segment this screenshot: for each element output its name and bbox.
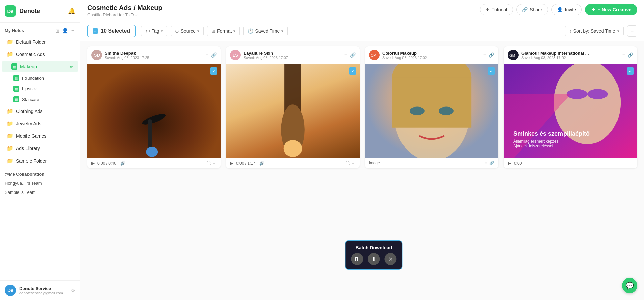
source-filter[interactable]: ⊙ Source ▾ xyxy=(171,26,204,36)
fullscreen-icon[interactable]: ⛶ xyxy=(345,161,350,166)
chevron-down-icon: ▾ xyxy=(281,29,283,33)
share-button[interactable]: 🔗 Share xyxy=(516,4,548,15)
lipstick-icon: ▦ xyxy=(13,86,19,92)
card-type: image xyxy=(369,161,380,165)
link-action-icon[interactable]: 🔗 xyxy=(211,52,217,58)
card-smitha-deepak: SD Smitha Deepak Saved: Aug 03, 2023 17:… xyxy=(87,46,221,168)
delete-icon[interactable]: 🗑 xyxy=(55,28,60,33)
sidebar-item-label: Cosmetic Ads xyxy=(16,52,73,57)
sidebar-item-jewelry-ads[interactable]: 📁 Jewelry Ads xyxy=(2,118,78,129)
card-checkbox[interactable]: ✓ xyxy=(349,67,356,75)
sidebar-item-makeup[interactable]: ▦ Makeup ✏ xyxy=(2,61,78,72)
collab-section: @Me Collaboration Hongyua... 's Team Sam… xyxy=(0,167,80,199)
add-icon[interactable]: ＋ xyxy=(70,27,75,34)
sidebar-item-label: Clothing Ads xyxy=(16,109,73,114)
share-icon: 🔗 xyxy=(522,7,528,12)
sidebar-item-mobile-games[interactable]: 📁 Mobile Games xyxy=(2,130,78,142)
play-button[interactable]: ▶ xyxy=(91,161,95,166)
collab-item-team2[interactable]: Sample 's Team xyxy=(5,188,75,197)
volume-icon[interactable]: 🔊 xyxy=(259,161,264,166)
list-action-icon[interactable]: ≡ xyxy=(344,52,347,58)
batch-close-button[interactable]: ✕ xyxy=(384,253,396,265)
svg-point-24 xyxy=(587,89,608,99)
tutorial-icon: ✈ xyxy=(486,7,490,12)
sidebar-item-label: Ads Library xyxy=(16,146,73,151)
my-notes-label: My Notes xyxy=(5,28,53,33)
card-colorful-makeup: CM Colorful Makeup Saved: Aug 03, 2023 1… xyxy=(365,46,498,168)
selected-badge[interactable]: ✓ 10 Selected xyxy=(87,25,136,37)
sidebar-item-foundation[interactable]: ▦ Foundation xyxy=(2,73,78,83)
user-info: Denote Service denoteservice@gmail.com xyxy=(19,286,67,295)
sidebar-item-label: Skincare xyxy=(22,97,39,102)
sort-filter[interactable]: ↕ Sort by: Saved Time ▾ xyxy=(565,26,624,36)
sidebar-item-label: Lipstick xyxy=(22,86,37,91)
volume-icon[interactable]: 🔊 xyxy=(120,161,125,166)
svg-rect-16 xyxy=(392,78,471,128)
card-footer: ▶ 0:00 / 0:46 🔊 ⛶ ⋯ xyxy=(87,158,221,168)
bell-icon[interactable]: 🔔 xyxy=(68,7,75,15)
format-filter[interactable]: ⊞ Format ▾ xyxy=(207,26,240,36)
main-content: Cosmetic Ads / Makeup Castillo Richard f… xyxy=(80,0,644,300)
svg-point-5 xyxy=(146,147,158,157)
list-action-icon[interactable]: ≡ xyxy=(206,52,208,58)
format-label: Format xyxy=(217,28,232,34)
tag-label: Tag xyxy=(152,28,159,34)
batch-delete-button[interactable]: 🗑 xyxy=(351,253,363,265)
list-action-icon[interactable]: ≡ xyxy=(483,52,486,58)
card-info: Glamour Makeup International ... Saved: … xyxy=(521,51,620,60)
sidebar-item-ads-library[interactable]: 📁 Ads Library xyxy=(2,142,78,154)
chevron-down-icon: ▾ xyxy=(161,29,163,33)
collab-item-team1[interactable]: Hongyua... 's Team xyxy=(5,179,75,188)
format-icon: ⊞ xyxy=(211,28,215,34)
sidebar-item-label: Sample Folder xyxy=(16,158,73,164)
list-icon: ≡ xyxy=(631,28,634,34)
tag-icon: 🏷 xyxy=(145,28,150,34)
new-creative-button[interactable]: ＋ + New Creative xyxy=(585,4,637,15)
cards-grid: SD Smitha Deepak Saved: Aug 03, 2023 17:… xyxy=(87,46,637,168)
card-author-name: Smitha Deepak xyxy=(105,51,203,56)
card-checkbox[interactable]: ✓ xyxy=(210,67,217,75)
link-action-icon[interactable]: 🔗 xyxy=(350,52,356,58)
saved-time-filter[interactable]: 🕐 Saved Time ▾ xyxy=(243,26,288,36)
link-action-icon[interactable]: 🔗 xyxy=(489,52,494,58)
sidebar-item-sample-folder[interactable]: 📁 Sample Folder xyxy=(2,155,78,167)
invite-button[interactable]: 👤 Invite xyxy=(551,4,582,15)
gear-icon[interactable]: ⚙ xyxy=(71,287,75,294)
makeup-icon: ▦ xyxy=(11,63,17,70)
sidebar-item-cosmetic-ads[interactable]: 📁 Cosmetic Ads xyxy=(2,48,78,60)
card-author-name: Layallure Skin xyxy=(244,51,342,56)
svg-rect-2 xyxy=(87,64,221,158)
list-icon[interactable]: ≡ xyxy=(485,161,487,165)
sidebar-item-default-folder[interactable]: 📁 Default Folder xyxy=(2,36,78,48)
tag-filter[interactable]: 🏷 Tag ▾ xyxy=(141,26,167,36)
folder-icon: 📁 xyxy=(7,51,13,57)
fullscreen-icon[interactable]: ⛶ xyxy=(207,161,211,166)
chat-bubble[interactable]: 💬 xyxy=(622,278,637,293)
sidebar-item-skincare[interactable]: ▦ Skincare xyxy=(2,94,78,104)
edit-icon[interactable]: ✏ xyxy=(70,64,73,69)
card-checkbox[interactable]: ✓ xyxy=(488,67,495,75)
card-duration: 0:00 xyxy=(514,161,522,166)
batch-download-button[interactable]: ⬇ xyxy=(368,253,380,265)
sidebar-item-lipstick[interactable]: ▦ Lipstick xyxy=(2,84,78,94)
play-button[interactable]: ▶ xyxy=(230,161,233,166)
list-action-icon[interactable]: ≡ xyxy=(622,52,625,58)
card-author-name: Colorful Makeup xyxy=(382,51,481,56)
play-button[interactable]: ▶ xyxy=(508,161,511,166)
selected-checkbox[interactable]: ✓ xyxy=(93,28,98,34)
tutorial-button[interactable]: ✈ Tutorial xyxy=(480,4,513,15)
breadcrumb-area: Cosmetic Ads / Makeup Castillo Richard f… xyxy=(87,4,162,17)
new-creative-label: + New Creative xyxy=(598,7,631,12)
card-checkbox[interactable]: ✓ xyxy=(627,67,634,75)
link-icon[interactable]: 🔗 xyxy=(489,161,494,165)
add-user-icon[interactable]: 👤 xyxy=(62,28,68,34)
link-action-icon[interactable]: 🔗 xyxy=(628,52,633,58)
sidebar-item-label: Jewelry Ads xyxy=(16,121,73,126)
sidebar-item-clothing-ads[interactable]: 📁 Clothing Ads xyxy=(2,105,78,117)
chevron-down-icon: ▾ xyxy=(233,29,235,33)
more-icon[interactable]: ⋯ xyxy=(213,161,217,166)
avatar: De xyxy=(5,285,16,296)
list-view-button[interactable]: ≡ xyxy=(627,25,637,37)
svg-point-10 xyxy=(284,140,302,157)
more-icon[interactable]: ⋯ xyxy=(352,161,356,166)
